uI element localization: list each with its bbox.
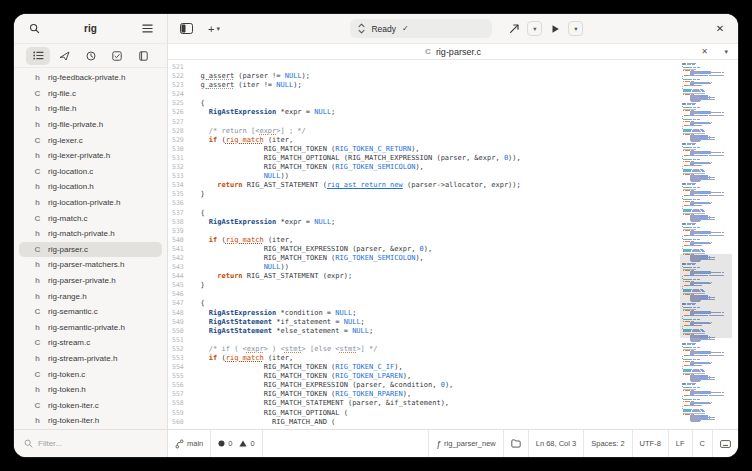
omnibar[interactable]: Ready ✓: [350, 19, 492, 38]
error-count: 0: [228, 439, 232, 448]
code-editor[interactable]: 5215225235245255265275285295305315325335…: [168, 60, 738, 429]
file-item[interactable]: hrig-stream-private.h: [19, 351, 162, 367]
code-line[interactable]: [192, 227, 738, 236]
code-line[interactable]: RIG_MATCH_TOKEN (RIG_TOKEN_RPAREN),: [192, 390, 738, 399]
file-item[interactable]: Crig-file.c: [19, 86, 162, 102]
code-line[interactable]: RigAstExpression *expr = NULL;: [192, 218, 738, 227]
run-button[interactable]: [545, 19, 565, 39]
code-line[interactable]: RIG_MATCH_EXPRESSION (parser, &condition…: [192, 381, 738, 390]
filter-input[interactable]: Filter...: [38, 439, 62, 448]
tabbar[interactable]: C rig-parser.c ✕ ▾: [168, 44, 738, 60]
code-line[interactable]: if (rig_match (iter,: [192, 136, 738, 145]
line-ending-setting[interactable]: LF: [669, 430, 692, 457]
code-line[interactable]: {: [192, 99, 738, 108]
file-item[interactable]: Crig-lexer.c: [19, 132, 162, 148]
code-line[interactable]: RIG_MATCH_EXPRESSION (parser, &expr, 0),: [192, 245, 738, 254]
file-item[interactable]: hrig-semantic-private.h: [19, 320, 162, 336]
menu-button[interactable]: [137, 19, 157, 39]
filter-box[interactable]: Filter...: [14, 430, 168, 457]
file-item[interactable]: Crig-parser.c: [19, 242, 162, 258]
code-line[interactable]: RIG_MATCH_TOKEN (RIG_TOKEN_SEMICOLON),: [192, 254, 738, 263]
file-item[interactable]: hrig-lexer-private.h: [19, 148, 162, 164]
code-line[interactable]: /* if ( <expr> ) <stmt> [else <stmt>] */: [192, 345, 738, 354]
file-item[interactable]: hrig-file-private.h: [19, 117, 162, 133]
code-line[interactable]: if (rig_match (iter,: [192, 354, 738, 363]
code-line[interactable]: if (rig_match (iter,: [192, 236, 738, 245]
code-line[interactable]: RIG_MATCH_OPTIONAL (: [192, 409, 738, 418]
code-line[interactable]: [192, 118, 738, 127]
current-symbol[interactable]: ƒ rig_parser_new: [429, 430, 503, 457]
new-tab-button[interactable]: + ▾: [204, 19, 224, 39]
file-item[interactable]: hrig-parser-private.h: [19, 273, 162, 289]
code-line[interactable]: RIG_MATCH_TOKEN (RIG_TOKEN_LPAREN),: [192, 372, 738, 381]
code-line[interactable]: RIG_MATCH_STATEMENT (parser, &if_stateme…: [192, 399, 738, 408]
code-line[interactable]: {: [192, 299, 738, 308]
code-line[interactable]: RigAstExpression *condition = NULL;: [192, 309, 738, 318]
diagnostics-indicator[interactable]: 0 0: [211, 430, 261, 457]
file-item[interactable]: Crig-stream.c: [19, 335, 162, 351]
code-line[interactable]: [192, 63, 738, 72]
code-line[interactable]: }: [192, 190, 738, 199]
panel-toggle-icon: [180, 23, 193, 34]
toggle-panel-button[interactable]: [176, 19, 196, 39]
language-setting[interactable]: C: [693, 430, 712, 457]
code-line[interactable]: RigAstStatement *else_statement = NULL;: [192, 327, 738, 336]
search-button[interactable]: [24, 19, 44, 39]
code-line[interactable]: [192, 336, 738, 345]
sidebar-tab-todo[interactable]: [105, 47, 129, 65]
tab-list-dropdown[interactable]: ▾: [724, 48, 728, 56]
file-item[interactable]: hrig-match-private.h: [19, 226, 162, 242]
code-line[interactable]: RIG_MATCH_OPTIONAL (RIG_MATCH_EXPRESSION…: [192, 154, 738, 163]
keyboard-button[interactable]: [713, 430, 738, 457]
sidebar-tab-notes[interactable]: [131, 47, 155, 65]
encoding-setting[interactable]: UTF-8: [633, 430, 668, 457]
code-line[interactable]: RigAstExpression *expr = NULL;: [192, 108, 738, 117]
file-item[interactable]: Crig-semantic.c: [19, 304, 162, 320]
file-item[interactable]: hrig-token-iter.h: [19, 413, 162, 429]
file-item[interactable]: hrig-location.h: [19, 179, 162, 195]
code-line[interactable]: [192, 199, 738, 208]
code-line[interactable]: [192, 290, 738, 299]
code-line[interactable]: g_assert (iter != NULL);: [192, 81, 738, 90]
c-file-icon: C: [425, 47, 431, 56]
code-line[interactable]: NULL)): [192, 263, 738, 272]
run-options-dropdown[interactable]: ▾: [568, 21, 583, 36]
sidebar-tab-files[interactable]: [26, 47, 50, 65]
file-item[interactable]: hrig-feedback-private.h: [19, 70, 162, 86]
project-files-button[interactable]: [504, 430, 528, 457]
file-item[interactable]: hrig-token.h: [19, 382, 162, 398]
file-item[interactable]: Crig-location.c: [19, 164, 162, 180]
indentation-setting[interactable]: Spaces: 2: [584, 430, 631, 457]
build-button[interactable]: [504, 19, 524, 39]
code-line[interactable]: RigAstStatement *if_statement = NULL;: [192, 318, 738, 327]
code-line[interactable]: NULL)): [192, 172, 738, 181]
sidebar-tab-symbols[interactable]: [52, 47, 76, 65]
code-line[interactable]: RIG_MATCH_TOKEN (RIG_TOKEN_SEMICOLON),: [192, 163, 738, 172]
minimap-viewport[interactable]: [680, 254, 732, 337]
code-line[interactable]: /* return [<expr>] ; */: [192, 127, 738, 136]
tab-close-button[interactable]: ✕: [701, 47, 708, 56]
code-line[interactable]: RIG_MATCH_AND (: [192, 418, 738, 427]
sidebar-tab-history[interactable]: [79, 47, 103, 65]
cursor-position[interactable]: Ln 68, Col 3: [529, 430, 583, 457]
branch-indicator[interactable]: main: [168, 430, 210, 457]
file-item[interactable]: hrig-location-private.h: [19, 195, 162, 211]
code-line[interactable]: {: [192, 209, 738, 218]
code-line[interactable]: [192, 90, 738, 99]
code-line[interactable]: RIG_MATCH_TOKEN (RIG_TOKEN_C_IF),: [192, 363, 738, 372]
file-item[interactable]: Crig-match.c: [19, 210, 162, 226]
code-line[interactable]: RIG_MATCH_TOKEN (RIG_TOKEN_C_RETURN),: [192, 145, 738, 154]
build-options-dropdown[interactable]: ▾: [527, 21, 542, 36]
code-line[interactable]: g_assert (parser != NULL);: [192, 72, 738, 81]
file-item[interactable]: hrig-parser-matchers.h: [19, 257, 162, 273]
file-item[interactable]: hrig-file.h: [19, 101, 162, 117]
file-item[interactable]: Crig-token.c: [19, 366, 162, 382]
minimap[interactable]: [680, 62, 732, 425]
code-line[interactable]: return RIG_AST_STATEMENT (expr);: [192, 272, 738, 281]
branch-icon: [175, 439, 184, 449]
window-close-button[interactable]: ✕: [710, 23, 730, 34]
file-item[interactable]: hrig-range.h: [19, 288, 162, 304]
code-line[interactable]: }: [192, 281, 738, 290]
code-line[interactable]: return RIG_AST_STATEMENT (rig_ast_return…: [192, 181, 738, 190]
file-item[interactable]: Crig-token-iter.c: [19, 397, 162, 413]
